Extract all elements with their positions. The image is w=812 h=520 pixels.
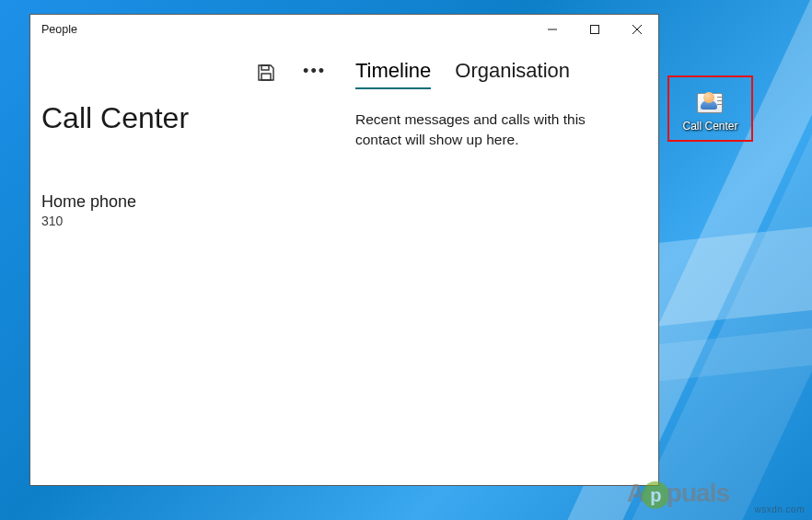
svg-rect-4 [261, 65, 269, 70]
minimize-button[interactable] [531, 15, 574, 44]
more-button[interactable]: ••• [303, 62, 326, 85]
phone-label: Home phone [41, 192, 339, 212]
save-icon [257, 64, 275, 82]
titlebar[interactable]: People [30, 15, 658, 44]
svg-rect-5 [261, 74, 271, 80]
contact-name-heading: Call Center [41, 101, 339, 135]
tabs: Timeline Organisation [355, 59, 644, 89]
desktop-shortcut-call-center[interactable]: Call Center [667, 75, 753, 142]
contact-details-pane: ••• Call Center Home phone 310 [30, 44, 348, 485]
activity-pane: Timeline Organisation Recent messages an… [348, 44, 658, 485]
people-app-window: People [29, 14, 659, 486]
desktop-shortcut-label: Call Center [682, 121, 737, 132]
window-title: People [41, 23, 77, 36]
brand-watermark: Appuals [627, 479, 729, 509]
contact-icon [695, 89, 726, 117]
minimize-icon [548, 25, 557, 34]
contact-toolbar: ••• [41, 44, 339, 96]
maximize-button[interactable] [574, 15, 616, 44]
ellipsis-icon: ••• [303, 62, 326, 80]
save-button[interactable] [257, 64, 275, 82]
maximize-icon [590, 25, 599, 34]
tab-organisation[interactable]: Organisation [455, 59, 570, 89]
phone-value[interactable]: 310 [41, 214, 339, 228]
close-button[interactable] [616, 15, 658, 44]
timeline-empty-message: Recent messages and calls with this cont… [355, 110, 622, 149]
site-watermark: wsxdn.com [754, 504, 805, 514]
svg-rect-1 [591, 26, 599, 34]
phone-section: Home phone 310 [41, 192, 339, 228]
close-icon [632, 25, 642, 34]
app-body: ••• Call Center Home phone 310 Timeline … [30, 44, 658, 485]
window-controls [531, 15, 658, 44]
tab-timeline[interactable]: Timeline [355, 59, 431, 89]
